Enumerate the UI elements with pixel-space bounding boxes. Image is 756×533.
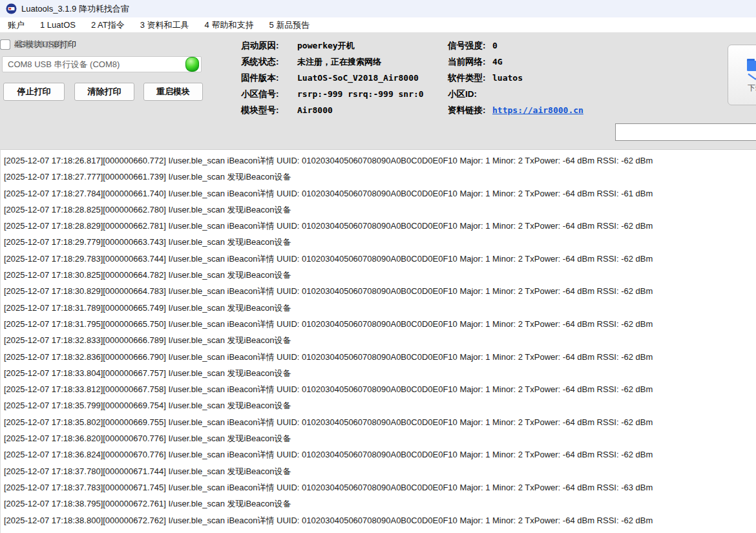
status-value: rsrp:-999 rsrq:-999 snr:0: [297, 89, 424, 99]
log-line: [2025-12-07 17:18:37.783][000000671.745]…: [4, 479, 756, 496]
log-line: [2025-12-07 17:18:33.812][000000667.758]…: [4, 381, 756, 397]
status-label: 启动原因:: [241, 40, 297, 52]
luatools-window: Luatools_3.1.9 降功耗找合宙 账户 1 LuatOS 2 AT指令…: [0, 0, 756, 533]
log-line: [2025-12-07 17:18:36.820][000000670.776]…: [4, 430, 756, 446]
status-label: 当前网络:: [448, 56, 492, 68]
status-value: luatos: [492, 73, 523, 83]
log-line: [2025-12-07 17:18:26.817][000000660.772]…: [4, 152, 756, 169]
status-column-right: 信号强度: 0 当前网络: 4G 软件类型: luatos 小区ID:: [448, 37, 583, 118]
menu-item[interactable]: 5 新品预告: [261, 19, 317, 31]
stop-print-button[interactable]: 停止打印: [3, 83, 65, 101]
status-column-left: 启动原因: powerkey开机 系统状态: 未注册，正在搜索网络 固件版本: …: [241, 37, 424, 118]
status-label: 软件类型:: [448, 72, 492, 84]
log-line: [2025-12-07 17:18:29.783][000000663.744]…: [4, 251, 756, 267]
status-row: 系统状态: 未注册，正在搜索网络: [241, 54, 424, 70]
log-line: [2025-12-07 17:18:30.825][000000664.782]…: [4, 267, 756, 283]
status-label: 模块型号:: [241, 105, 297, 116]
log-line: [2025-12-07 17:18:31.795][000000665.750]…: [4, 316, 756, 332]
log-output-area[interactable]: [2025-12-07 17:18:26.817][000000660.772]…: [0, 149, 756, 533]
status-row: 启动原因: powerkey开机: [241, 37, 424, 54]
log-line: [2025-12-07 17:18:31.789][000000665.749]…: [4, 300, 756, 316]
status-value: https://air8000.cn: [492, 105, 583, 115]
control-panel: 4G模块USB打印 通用串口打印 HOST串口打印 COM8 USB 串行设备 …: [0, 32, 756, 149]
log-line: [2025-12-07 17:18:35.799][000000669.754]…: [4, 397, 756, 413]
title-bar: Luatools_3.1.9 降功耗找合宙: [0, 0, 756, 17]
menu-item[interactable]: 3 资料和工具: [132, 19, 197, 31]
status-row: 小区信号: rsrp:-999 rsrq:-999 snr:0: [241, 86, 424, 102]
menu-item[interactable]: 4 帮助和支持: [197, 19, 262, 31]
log-line: [2025-12-07 17:18:27.784][000000661.740]…: [4, 185, 756, 202]
status-label: 信号强度:: [448, 40, 492, 52]
log-line: [2025-12-07 17:18:38.795][000000672.761]…: [4, 496, 756, 512]
download-icon: [744, 57, 756, 80]
status-label: 固件版本:: [241, 72, 297, 84]
menu-bar: 账户 1 LuatOS 2 AT指令 3 资料和工具 4 帮助和支持 5 新品预…: [0, 17, 756, 32]
status-label: 系统状态:: [241, 56, 297, 68]
status-row: 当前网络: 4G: [448, 54, 583, 70]
status-row: 小区ID:: [448, 86, 583, 102]
print-mode-label: HOST串口打印: [14, 39, 71, 50]
status-row: 固件版本: LuatOS-SoC_V2018_Air8000: [241, 70, 424, 86]
app-logo-icon: [6, 3, 17, 14]
download-button-label: 下载: [748, 83, 756, 94]
com-port-select[interactable]: COM8 USB 串行设备 (COM8): [2, 56, 202, 72]
status-value: LuatOS-SoC_V2018_Air8000: [297, 73, 419, 83]
status-label: 小区信号:: [241, 89, 297, 100]
status-value: powerkey开机: [297, 40, 355, 52]
status-value: 0: [492, 41, 498, 50]
status-row: 模块型号: Air8000: [241, 102, 424, 118]
status-row: 软件类型: luatos: [448, 70, 583, 86]
connection-status-led-icon: [185, 57, 199, 72]
checkbox-icon[interactable]: [0, 39, 10, 50]
log-line: [2025-12-07 17:18:32.836][000000666.790]…: [4, 349, 756, 365]
status-value: 未注册，正在搜索网络: [297, 56, 381, 68]
menu-item[interactable]: 1 LuatOS: [32, 20, 83, 30]
log-line: [2025-12-07 17:18:36.824][000000670.776]…: [4, 446, 756, 463]
window-title: Luatools_3.1.9 降功耗找合宙: [21, 3, 129, 15]
status-label: 资料链接:: [448, 105, 492, 116]
print-mode-checkbox[interactable]: HOST串口打印: [0, 39, 71, 50]
log-line: [2025-12-07 17:18:29.779][000000663.743]…: [4, 234, 756, 250]
clear-print-button[interactable]: 清除打印: [74, 83, 134, 101]
log-filter-input[interactable]: [615, 123, 756, 141]
status-row: 信号强度: 0: [448, 37, 583, 54]
menu-item[interactable]: 账户: [0, 19, 32, 31]
log-line: [2025-12-07 17:18:37.780][000000671.744]…: [4, 463, 756, 479]
menu-item[interactable]: 2 AT指令: [83, 19, 132, 31]
log-line: [2025-12-07 17:18:32.833][000000666.789]…: [4, 332, 756, 348]
log-line: [2025-12-07 17:18:38.800][000000672.762]…: [4, 512, 756, 528]
log-line: [2025-12-07 17:18:33.804][000000667.757]…: [4, 365, 756, 381]
status-label: 小区ID:: [448, 89, 492, 100]
log-line: [2025-12-07 17:18:35.802][000000669.755]…: [4, 414, 756, 430]
log-line: [2025-12-07 17:18:27.777][000000661.739]…: [4, 169, 756, 185]
status-value: 4G: [492, 57, 503, 67]
restart-module-button[interactable]: 重启模块: [143, 83, 203, 101]
log-line: [2025-12-07 17:18:28.829][000000662.781]…: [4, 218, 756, 234]
download-button[interactable]: 下载: [728, 45, 756, 105]
log-line: [2025-12-07 17:18:30.829][000000664.783]…: [4, 283, 756, 299]
status-value: Air8000: [297, 105, 333, 115]
status-row: 资料链接: https://air8000.cn: [448, 102, 583, 118]
com-port-selected-value: COM8 USB 串行设备 (COM8): [8, 59, 120, 70]
log-line: [2025-12-07 17:18:28.825][000000662.780]…: [4, 202, 756, 218]
